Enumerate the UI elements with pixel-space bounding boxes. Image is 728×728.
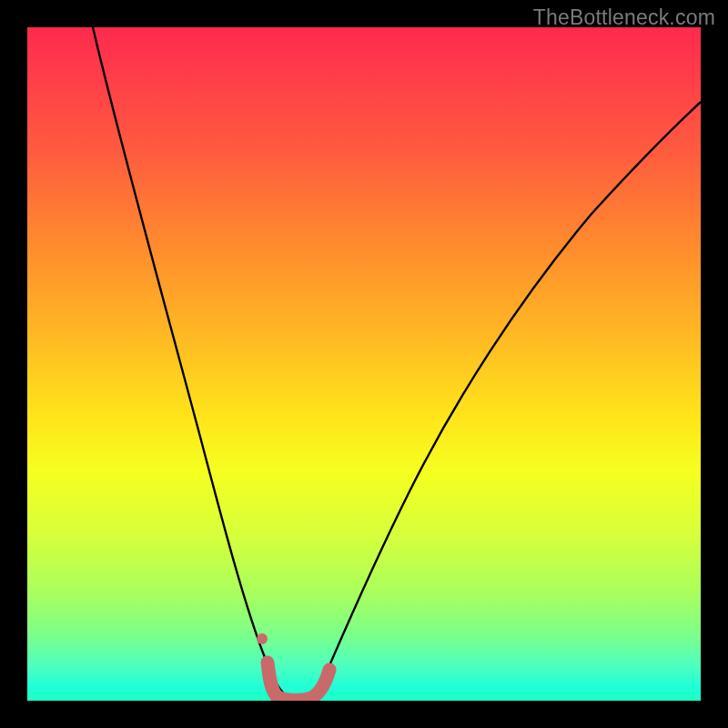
bottleneck-curve <box>93 27 701 701</box>
marker-base-arc <box>268 662 329 700</box>
marker-dot <box>257 633 268 644</box>
watermark-text: TheBottleneck.com <box>533 5 715 30</box>
plot-frame <box>27 27 701 701</box>
highlight-dots <box>257 633 329 700</box>
curve-svg <box>27 27 701 701</box>
